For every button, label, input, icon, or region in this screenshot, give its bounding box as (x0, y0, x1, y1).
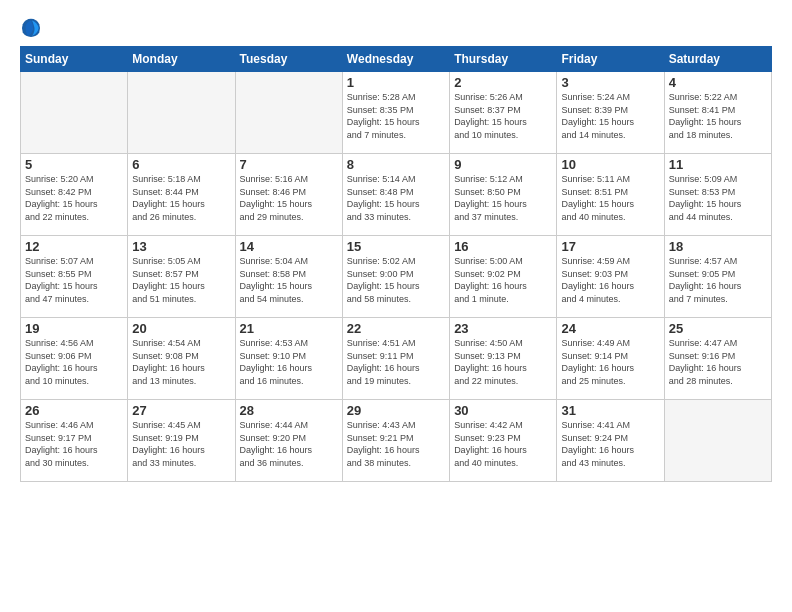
day-info: Sunrise: 4:59 AMSunset: 9:03 PMDaylight:… (561, 255, 659, 305)
calendar-cell: 22Sunrise: 4:51 AMSunset: 9:11 PMDayligh… (342, 318, 449, 400)
day-number: 15 (347, 239, 445, 254)
day-number: 31 (561, 403, 659, 418)
calendar-cell (21, 72, 128, 154)
day-info: Sunrise: 5:16 AMSunset: 8:46 PMDaylight:… (240, 173, 338, 223)
day-number: 23 (454, 321, 552, 336)
day-number: 29 (347, 403, 445, 418)
calendar-header-saturday: Saturday (664, 47, 771, 72)
calendar-week-row: 19Sunrise: 4:56 AMSunset: 9:06 PMDayligh… (21, 318, 772, 400)
calendar-cell: 21Sunrise: 4:53 AMSunset: 9:10 PMDayligh… (235, 318, 342, 400)
calendar-cell: 9Sunrise: 5:12 AMSunset: 8:50 PMDaylight… (450, 154, 557, 236)
calendar-cell: 27Sunrise: 4:45 AMSunset: 9:19 PMDayligh… (128, 400, 235, 482)
day-number: 30 (454, 403, 552, 418)
logo-icon (20, 16, 42, 38)
day-info: Sunrise: 5:04 AMSunset: 8:58 PMDaylight:… (240, 255, 338, 305)
day-info: Sunrise: 4:41 AMSunset: 9:24 PMDaylight:… (561, 419, 659, 469)
day-info: Sunrise: 4:50 AMSunset: 9:13 PMDaylight:… (454, 337, 552, 387)
day-info: Sunrise: 4:43 AMSunset: 9:21 PMDaylight:… (347, 419, 445, 469)
day-info: Sunrise: 5:07 AMSunset: 8:55 PMDaylight:… (25, 255, 123, 305)
calendar-cell: 15Sunrise: 5:02 AMSunset: 9:00 PMDayligh… (342, 236, 449, 318)
calendar-cell: 30Sunrise: 4:42 AMSunset: 9:23 PMDayligh… (450, 400, 557, 482)
day-number: 12 (25, 239, 123, 254)
calendar-cell: 19Sunrise: 4:56 AMSunset: 9:06 PMDayligh… (21, 318, 128, 400)
day-number: 2 (454, 75, 552, 90)
day-info: Sunrise: 5:05 AMSunset: 8:57 PMDaylight:… (132, 255, 230, 305)
day-info: Sunrise: 5:14 AMSunset: 8:48 PMDaylight:… (347, 173, 445, 223)
calendar-cell: 14Sunrise: 5:04 AMSunset: 8:58 PMDayligh… (235, 236, 342, 318)
calendar-header-thursday: Thursday (450, 47, 557, 72)
day-number: 7 (240, 157, 338, 172)
day-number: 24 (561, 321, 659, 336)
calendar-cell: 12Sunrise: 5:07 AMSunset: 8:55 PMDayligh… (21, 236, 128, 318)
day-number: 6 (132, 157, 230, 172)
day-number: 22 (347, 321, 445, 336)
day-info: Sunrise: 5:11 AMSunset: 8:51 PMDaylight:… (561, 173, 659, 223)
calendar-cell: 5Sunrise: 5:20 AMSunset: 8:42 PMDaylight… (21, 154, 128, 236)
calendar-cell: 25Sunrise: 4:47 AMSunset: 9:16 PMDayligh… (664, 318, 771, 400)
day-number: 14 (240, 239, 338, 254)
day-number: 8 (347, 157, 445, 172)
day-info: Sunrise: 5:20 AMSunset: 8:42 PMDaylight:… (25, 173, 123, 223)
day-number: 11 (669, 157, 767, 172)
day-info: Sunrise: 5:09 AMSunset: 8:53 PMDaylight:… (669, 173, 767, 223)
calendar-cell: 31Sunrise: 4:41 AMSunset: 9:24 PMDayligh… (557, 400, 664, 482)
calendar-cell: 29Sunrise: 4:43 AMSunset: 9:21 PMDayligh… (342, 400, 449, 482)
calendar-week-row: 12Sunrise: 5:07 AMSunset: 8:55 PMDayligh… (21, 236, 772, 318)
calendar-cell: 3Sunrise: 5:24 AMSunset: 8:39 PMDaylight… (557, 72, 664, 154)
day-info: Sunrise: 5:12 AMSunset: 8:50 PMDaylight:… (454, 173, 552, 223)
day-number: 18 (669, 239, 767, 254)
header (20, 16, 772, 38)
day-number: 13 (132, 239, 230, 254)
day-number: 25 (669, 321, 767, 336)
day-number: 5 (25, 157, 123, 172)
day-info: Sunrise: 4:45 AMSunset: 9:19 PMDaylight:… (132, 419, 230, 469)
calendar-cell: 7Sunrise: 5:16 AMSunset: 8:46 PMDaylight… (235, 154, 342, 236)
day-number: 21 (240, 321, 338, 336)
calendar-header-tuesday: Tuesday (235, 47, 342, 72)
day-info: Sunrise: 4:51 AMSunset: 9:11 PMDaylight:… (347, 337, 445, 387)
calendar-cell: 28Sunrise: 4:44 AMSunset: 9:20 PMDayligh… (235, 400, 342, 482)
calendar-cell (128, 72, 235, 154)
calendar-cell (664, 400, 771, 482)
day-number: 20 (132, 321, 230, 336)
day-info: Sunrise: 5:00 AMSunset: 9:02 PMDaylight:… (454, 255, 552, 305)
calendar-header-friday: Friday (557, 47, 664, 72)
calendar-cell: 11Sunrise: 5:09 AMSunset: 8:53 PMDayligh… (664, 154, 771, 236)
day-info: Sunrise: 5:02 AMSunset: 9:00 PMDaylight:… (347, 255, 445, 305)
day-number: 9 (454, 157, 552, 172)
calendar-header-monday: Monday (128, 47, 235, 72)
calendar-cell (235, 72, 342, 154)
page: SundayMondayTuesdayWednesdayThursdayFrid… (0, 0, 792, 492)
calendar-cell: 10Sunrise: 5:11 AMSunset: 8:51 PMDayligh… (557, 154, 664, 236)
day-number: 16 (454, 239, 552, 254)
day-number: 19 (25, 321, 123, 336)
calendar-header-row: SundayMondayTuesdayWednesdayThursdayFrid… (21, 47, 772, 72)
day-info: Sunrise: 4:49 AMSunset: 9:14 PMDaylight:… (561, 337, 659, 387)
calendar-header-wednesday: Wednesday (342, 47, 449, 72)
day-info: Sunrise: 4:47 AMSunset: 9:16 PMDaylight:… (669, 337, 767, 387)
calendar: SundayMondayTuesdayWednesdayThursdayFrid… (20, 46, 772, 482)
day-info: Sunrise: 4:42 AMSunset: 9:23 PMDaylight:… (454, 419, 552, 469)
calendar-cell: 16Sunrise: 5:00 AMSunset: 9:02 PMDayligh… (450, 236, 557, 318)
day-info: Sunrise: 4:56 AMSunset: 9:06 PMDaylight:… (25, 337, 123, 387)
calendar-cell: 13Sunrise: 5:05 AMSunset: 8:57 PMDayligh… (128, 236, 235, 318)
day-info: Sunrise: 4:44 AMSunset: 9:20 PMDaylight:… (240, 419, 338, 469)
calendar-cell: 6Sunrise: 5:18 AMSunset: 8:44 PMDaylight… (128, 154, 235, 236)
day-info: Sunrise: 4:54 AMSunset: 9:08 PMDaylight:… (132, 337, 230, 387)
day-info: Sunrise: 4:53 AMSunset: 9:10 PMDaylight:… (240, 337, 338, 387)
day-info: Sunrise: 5:24 AMSunset: 8:39 PMDaylight:… (561, 91, 659, 141)
calendar-cell: 8Sunrise: 5:14 AMSunset: 8:48 PMDaylight… (342, 154, 449, 236)
day-number: 27 (132, 403, 230, 418)
calendar-cell: 4Sunrise: 5:22 AMSunset: 8:41 PMDaylight… (664, 72, 771, 154)
day-number: 1 (347, 75, 445, 90)
calendar-week-row: 1Sunrise: 5:28 AMSunset: 8:35 PMDaylight… (21, 72, 772, 154)
calendar-cell: 2Sunrise: 5:26 AMSunset: 8:37 PMDaylight… (450, 72, 557, 154)
calendar-cell: 17Sunrise: 4:59 AMSunset: 9:03 PMDayligh… (557, 236, 664, 318)
calendar-cell: 18Sunrise: 4:57 AMSunset: 9:05 PMDayligh… (664, 236, 771, 318)
calendar-cell: 1Sunrise: 5:28 AMSunset: 8:35 PMDaylight… (342, 72, 449, 154)
day-info: Sunrise: 4:57 AMSunset: 9:05 PMDaylight:… (669, 255, 767, 305)
day-number: 4 (669, 75, 767, 90)
day-number: 3 (561, 75, 659, 90)
calendar-cell: 24Sunrise: 4:49 AMSunset: 9:14 PMDayligh… (557, 318, 664, 400)
calendar-week-row: 5Sunrise: 5:20 AMSunset: 8:42 PMDaylight… (21, 154, 772, 236)
